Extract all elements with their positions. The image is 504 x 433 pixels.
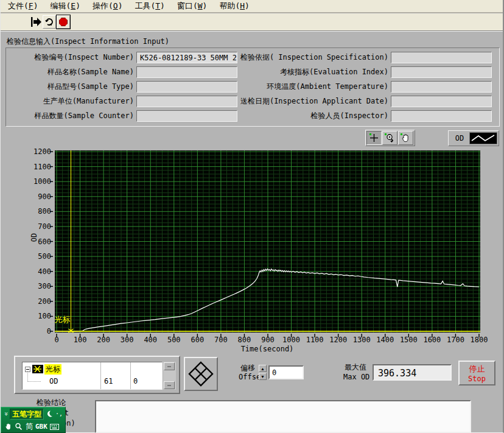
offset-input[interactable]: 0 — [268, 365, 304, 379]
form-row: 样品型号(Sample Type)环境温度(Ambient Temperatur… — [6, 80, 499, 93]
y-tick-label: 800 — [24, 207, 51, 216]
x-tick-label: 900 — [254, 336, 281, 344]
field-input[interactable]: K526-0812189-33 50MM 25KW — [136, 52, 237, 63]
x-tick-label: 500 — [161, 336, 187, 344]
ime-input-method-name[interactable]: 五笔字型 — [10, 409, 44, 420]
spinner-down-button[interactable]: ▼ — [259, 373, 267, 380]
y-tick-label: 700 — [24, 222, 51, 231]
spinner-up-button[interactable]: ▲ — [259, 365, 267, 372]
field-input[interactable] — [136, 81, 237, 93]
application-window: 文件(F)编辑(E)操作(O)工具(T)窗口(W)帮助(H) 检验信息输入(In… — [0, 0, 504, 433]
field-label: 送检日期(Inspection Applicant Date) — [237, 96, 388, 107]
y-tick-label: 1100 — [24, 163, 51, 171]
field-label: 考核指标(Evaluation Index) — [237, 67, 388, 77]
field-input[interactable] — [136, 66, 237, 78]
menu-item[interactable]: 操作(O) — [86, 0, 128, 13]
field-label: 生产单位(Manufacturer) — [6, 96, 134, 107]
cursor-name[interactable]: 光标 — [44, 364, 61, 375]
run-button[interactable] — [30, 15, 43, 29]
y-tick-label: 400 — [24, 267, 51, 276]
field-label: 样品数量(Sample Counter) — [6, 111, 134, 121]
cursor-mover-button[interactable] — [184, 357, 218, 391]
magnifier-icon — [385, 133, 395, 143]
x-axis-label: Time(second) — [231, 345, 304, 353]
x-tick-label: 300 — [114, 336, 141, 344]
ime-simplified-mode[interactable]: 简 — [26, 421, 33, 432]
zoom-tool-button[interactable] — [382, 131, 397, 145]
conclusion-textarea[interactable] — [95, 400, 471, 433]
x-tick-label: 1600 — [419, 336, 446, 344]
x-tick-label: 1100 — [301, 336, 328, 344]
scroll-down-button[interactable] — [164, 381, 175, 389]
x-tick-label: 1500 — [395, 336, 422, 344]
field-label: 环境温度(Ambient Temperature) — [237, 82, 388, 92]
field-input[interactable] — [391, 110, 492, 122]
ime-magnifier-icon[interactable] — [15, 423, 23, 431]
y-tick-label: 0 — [24, 327, 51, 336]
y-tick-label: 900 — [24, 192, 51, 201]
stop-button[interactable]: 停止 Stop — [458, 361, 495, 385]
abort-icon — [59, 18, 68, 26]
x-tick-label: 1000 — [278, 336, 305, 344]
menu-item[interactable]: 工具(T) — [128, 0, 170, 13]
field-label: 检验依据( Inspection Specification) — [237, 52, 388, 63]
field-label: 检验人员(Inspector) — [237, 111, 388, 121]
form-row: 生产单位(Manufacturer)送检日期(Inspection Applic… — [6, 95, 499, 107]
x-tick-label: 0 — [43, 336, 70, 344]
form-row: 检验编号(Inspect Number)K526-0812189-33 50MM… — [6, 51, 499, 63]
field-input[interactable] — [391, 96, 492, 107]
y-tick-label: 200 — [24, 297, 51, 306]
field-input[interactable] — [136, 96, 237, 107]
inspect-info-form: 检验编号(Inspect Number)K526-0812189-33 50MM… — [5, 48, 500, 127]
tree-branch-line — [27, 371, 41, 382]
field-input[interactable] — [391, 52, 492, 63]
ime-encoding[interactable]: GBK — [35, 423, 47, 431]
cursor-x-value: 61 — [104, 377, 113, 385]
scroll-up-button[interactable] — [164, 362, 175, 370]
ime-punctuation-icon[interactable]: ·, — [55, 410, 63, 417]
y-tick-label: 1000 — [24, 177, 51, 186]
chart-plot-area[interactable]: 光标 — [55, 150, 480, 333]
y-tick-label: 500 — [24, 252, 51, 261]
field-label: 样品名称(Sample Name) — [6, 67, 134, 77]
crosshair-icon — [369, 133, 379, 143]
run-continuous-button[interactable] — [43, 15, 56, 29]
field-input[interactable] — [136, 110, 237, 122]
cursor-list-scrollbar[interactable] — [163, 362, 176, 390]
form-row: 样品数量(Sample Counter)检验人员(Inspector) — [6, 110, 499, 122]
x-tick-label: 600 — [184, 336, 211, 344]
ime-hand-icon[interactable] — [5, 423, 12, 431]
field-label: 检验编号(Inspect Number) — [6, 52, 134, 63]
cursor-legend-panel: 光标 OD 61 0 — [14, 356, 180, 394]
field-label: 样品型号(Sample Type) — [6, 82, 134, 92]
ime-fullhalf-moon-icon[interactable] — [46, 410, 53, 417]
cursor-label: 光标 — [55, 315, 71, 324]
y-tick-label: 300 — [24, 282, 51, 290]
x-tick-label: 1400 — [372, 336, 399, 344]
x-tick-label: 1200 — [325, 336, 352, 344]
field-input[interactable] — [391, 66, 492, 78]
x-tick-label: 800 — [231, 336, 257, 344]
menu-item[interactable]: 窗口(W) — [171, 0, 213, 13]
pan-tool-button[interactable] — [398, 131, 413, 145]
max-od-label: 最大值 Max OD — [343, 362, 369, 382]
ime-keyboard-icon[interactable] — [50, 424, 59, 430]
x-tick-label: 700 — [208, 336, 234, 344]
menu-item[interactable]: 帮助(H) — [213, 0, 255, 13]
form-row: 样品名称(Sample Name)考核指标(Evaluation Index) — [6, 66, 499, 78]
menu-item[interactable]: 文件(F) — [2, 0, 44, 13]
abort-button[interactable] — [57, 15, 70, 29]
y-tick-label: 100 — [24, 312, 51, 320]
x-tick-label: 200 — [90, 336, 117, 344]
menu-item[interactable]: 编辑(E) — [44, 0, 86, 13]
cursor-plot-name: OD — [49, 377, 58, 385]
cursor-tool-button[interactable] — [366, 131, 382, 145]
cursor-list[interactable]: 光标 OD 61 0 — [22, 362, 163, 390]
field-input[interactable] — [391, 81, 492, 93]
ime-toolbar: » 五笔字型 ·, 简 GBK — [1, 407, 66, 433]
cursor-y-value: 0 — [133, 377, 138, 385]
plot-legend[interactable]: OD — [448, 130, 499, 146]
run-continuous-icon — [44, 17, 54, 27]
ime-collapse-icon[interactable]: » — [2, 410, 10, 418]
plot-legend-name: OD — [450, 134, 469, 143]
